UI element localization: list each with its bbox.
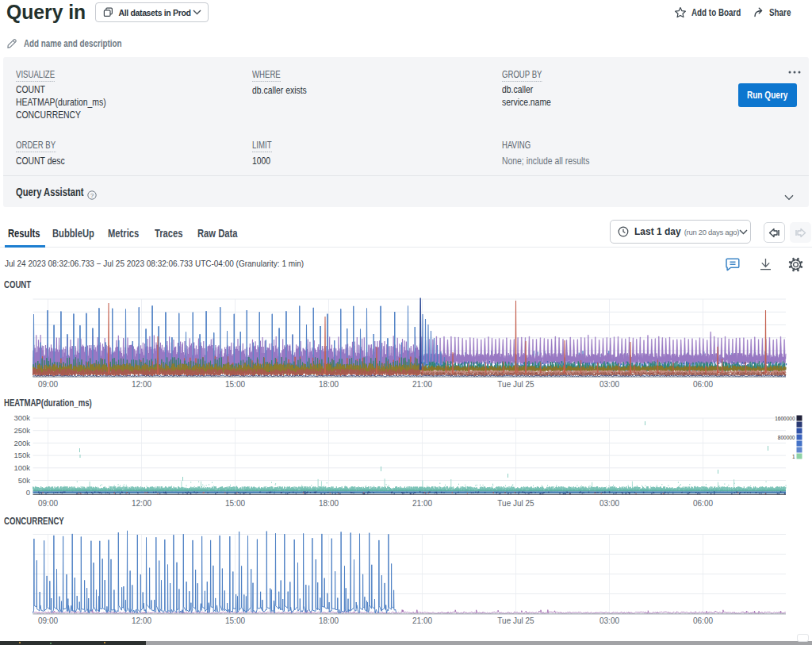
svg-text:03:00: 03:00 bbox=[599, 616, 619, 625]
svg-text:09:00: 09:00 bbox=[38, 380, 58, 389]
svg-text:18:00: 18:00 bbox=[319, 380, 339, 389]
svg-text:0: 0 bbox=[26, 488, 30, 497]
svg-text:18:00: 18:00 bbox=[319, 616, 339, 625]
svg-text:300k: 300k bbox=[13, 413, 30, 422]
svg-text:1600000: 1600000 bbox=[775, 416, 795, 421]
svg-text:50k: 50k bbox=[18, 476, 31, 485]
svg-text:18:00: 18:00 bbox=[319, 499, 339, 508]
svg-text:09:00: 09:00 bbox=[38, 499, 58, 508]
svg-text:21:00: 21:00 bbox=[412, 616, 432, 625]
svg-text:12:00: 12:00 bbox=[132, 499, 151, 508]
svg-text:Tue Jul 25: Tue Jul 25 bbox=[497, 616, 534, 625]
svg-text:Tue Jul 25: Tue Jul 25 bbox=[497, 499, 534, 508]
svg-text:150k: 150k bbox=[13, 451, 30, 459]
svg-text:800000: 800000 bbox=[778, 435, 795, 440]
svg-text:21:00: 21:00 bbox=[412, 380, 432, 389]
svg-text:250k: 250k bbox=[13, 426, 30, 435]
svg-text:200k: 200k bbox=[13, 439, 30, 447]
svg-text:Tue Jul 25: Tue Jul 25 bbox=[497, 380, 534, 389]
svg-text:06:00: 06:00 bbox=[693, 616, 713, 625]
svg-text:1: 1 bbox=[792, 454, 795, 459]
svg-text:06:00: 06:00 bbox=[693, 380, 713, 389]
svg-text:09:00: 09:00 bbox=[38, 616, 58, 625]
svg-text:15:00: 15:00 bbox=[225, 499, 245, 508]
svg-text:12:00: 12:00 bbox=[132, 380, 151, 389]
svg-text:03:00: 03:00 bbox=[599, 499, 619, 508]
svg-text:21:00: 21:00 bbox=[412, 499, 432, 508]
svg-text:06:00: 06:00 bbox=[693, 499, 713, 508]
svg-text:15:00: 15:00 bbox=[225, 380, 245, 389]
svg-text:12:00: 12:00 bbox=[132, 616, 151, 625]
svg-text:15:00: 15:00 bbox=[225, 616, 245, 625]
svg-text:100k: 100k bbox=[13, 463, 30, 472]
svg-text:03:00: 03:00 bbox=[599, 380, 619, 389]
